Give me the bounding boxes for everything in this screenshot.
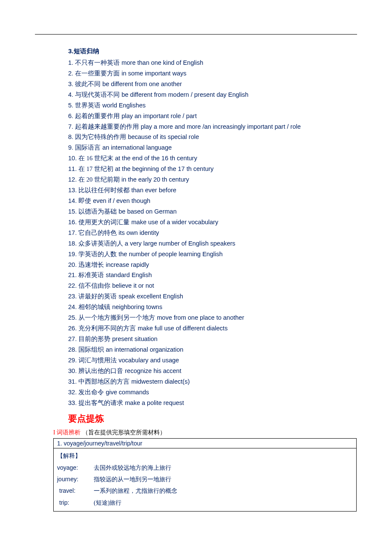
phrase-item: 10. 在 16 世纪末 at the end of the 16 th cen… (68, 153, 357, 164)
phrase-number: 18. (68, 240, 77, 247)
phrase-number: 10. (68, 155, 77, 162)
phrase-english: more than one kind of English (121, 59, 203, 66)
phrase-number: 3. (68, 81, 73, 87)
phrase-number: 1. (68, 59, 73, 66)
phrase-item: 30. 辨认出他的口音 recognize his accent (68, 366, 357, 376)
phrase-item: 25. 从一个地方搬到另一个地方 move from one place to … (68, 313, 357, 323)
phrase-item: 26. 充分利用不同的方言 make full use of different… (68, 324, 357, 334)
definition-row: travel:一系列的旅程，尤指旅行的概念 (57, 485, 353, 497)
phrase-chinese: 迅速增长 (78, 261, 104, 268)
phrase-chinese: 在一些重要方面 (75, 70, 120, 77)
phrase-item: 31. 中西部地区的方言 midwestern dialect(s) (68, 377, 357, 387)
phrase-chinese: 中西部地区的方言 (78, 378, 130, 385)
definition-description: 指较远的从一地到另一地旅行 (94, 474, 171, 485)
definition-description: (短途)旅行 (94, 497, 121, 509)
phrase-english: play a more and more /an increasingly im… (141, 123, 301, 130)
phrase-english: move from one place to another (157, 314, 244, 321)
phrase-chinese: 国际语言 (75, 144, 101, 151)
phrase-number: 25. (68, 314, 77, 321)
phrase-number: 11. (68, 165, 77, 172)
phrase-chinese: 它自己的特色 (78, 229, 117, 236)
phrase-english: be different from modern / present day E… (121, 91, 248, 98)
phrase-number: 17. (68, 229, 77, 236)
phrase-item: 20. 迅速增长 increase rapidly (68, 260, 357, 270)
phrase-item: 32. 发出命令 give commands (68, 387, 357, 398)
phrase-english: midwestern dialect(s) (131, 378, 190, 385)
phrase-number: 2. (68, 70, 73, 77)
phrase-chinese: 世界英语 (75, 102, 101, 109)
definition-box-title: 1. voyage/journey/travel/trip/tour (54, 439, 356, 448)
phrase-item: 14. 即使 even if / even though (68, 196, 357, 206)
phrase-number: 22. (68, 282, 77, 289)
phrase-number: 31. (68, 378, 77, 385)
phrase-chinese: 众多讲英语的人 (78, 240, 125, 247)
definition-row: trip:(短途)旅行 (57, 497, 353, 509)
phrase-chinese: 发出命令 (78, 389, 104, 396)
phrase-number: 13. (68, 187, 77, 194)
phrase-chinese: 目前的形势 (78, 335, 110, 342)
phrase-item: 11. 在 17 世纪初 at the beginning of the 17 … (68, 164, 357, 174)
phrase-english: its own identity (118, 229, 159, 236)
phrase-english: in some important ways (121, 70, 186, 77)
vocab-analysis-label: I 词语辨析 (53, 429, 81, 436)
phrase-chinese: 相邻的城镇 (78, 304, 110, 310)
keypoints-header: 要点提炼 (68, 413, 357, 425)
phrase-chinese: 标准英语 (78, 272, 104, 278)
phrase-chinese: 词汇与惯用法 (78, 357, 117, 364)
phrase-number: 32. (68, 389, 77, 396)
definition-description: 去国外或较远地方的海上旅行 (94, 462, 171, 474)
phrase-item: 17. 它自己的特色 its own identity (68, 228, 357, 238)
phrase-english: at the beginning of the 17 th century (115, 165, 213, 172)
phrase-english: standard English (106, 272, 152, 278)
phrase-item: 29. 词汇与惯用法 vocabulary and usage (68, 356, 357, 366)
explain-label: 【解释】 (57, 450, 353, 462)
top-separator (35, 34, 357, 35)
phrase-english: give commands (106, 389, 149, 396)
phrase-english: because of its special role (128, 133, 199, 140)
phrase-item: 3. 彼此不同 be different from one another (68, 79, 357, 90)
phrase-number: 5. (68, 102, 73, 109)
phrase-chinese: 在 16 世纪末 (78, 155, 113, 162)
phrase-item: 2. 在一些重要方面 in some important ways (68, 69, 357, 79)
phrase-number: 19. (68, 251, 77, 257)
phrase-chinese: 在 17 世纪初 (78, 165, 113, 172)
phrase-english: a very large number of English speakers (125, 240, 236, 247)
phrases-list: 1. 不只有一种英语 more than one kind of English… (68, 58, 357, 408)
phrase-item: 9. 国际语言 an international language (68, 143, 357, 153)
phrase-english: play an important role / part (121, 113, 197, 119)
phrase-chinese: 使用更大的词汇量 (78, 219, 130, 225)
definition-row: journey:指较远的从一地到另一地旅行 (57, 474, 353, 485)
phrase-number: 7. (68, 123, 73, 130)
phrase-number: 9. (68, 144, 73, 151)
phrase-item: 21. 标准英语 standard English (68, 270, 357, 280)
phrase-item: 6. 起着的重要作用 play an important role / part (68, 111, 357, 121)
phrase-chinese: 辨认出他的口音 (78, 367, 123, 374)
phrase-english: recognize his accent (125, 367, 181, 374)
phrase-english: increase rapidly (106, 261, 149, 268)
phrase-number: 12. (68, 176, 77, 183)
phrase-english: make full use of different dialects (138, 325, 228, 332)
phrase-item: 4. 与现代英语不同 be different from modern / pr… (68, 90, 357, 100)
phrase-english: the number of people learning English (118, 251, 222, 257)
definition-term: voyage: (57, 462, 94, 474)
phrase-item: 12. 在 20 世纪前期 in the early 20 th century (68, 175, 357, 185)
phrase-chinese: 起着的重要作用 (75, 113, 120, 119)
phrase-number: 28. (68, 346, 77, 353)
phrase-item: 18. 众多讲英语的人 a very large number of Engli… (68, 239, 357, 249)
definition-term: trip: (57, 497, 94, 509)
phrase-item: 23. 讲最好的英语 speak excellent English (68, 292, 357, 302)
phrase-english: even if / even though (93, 197, 150, 204)
phrase-number: 29. (68, 357, 77, 364)
phrase-item: 27. 目前的形势 present situation (68, 334, 357, 344)
phrase-number: 27. (68, 335, 77, 342)
phrase-english: make use of a wider vocabulary (131, 219, 218, 225)
phrase-chinese: 学英语的人数 (78, 251, 117, 257)
definition-box: 1. voyage/journey/travel/trip/tour 【解释】 … (53, 438, 357, 511)
phrase-english: at the end of the 16 th century (115, 155, 197, 162)
phrase-chinese: 起着越来越重要的作用 (75, 123, 139, 130)
document-page: 3.短语归纳 1. 不只有一种英语 more than one kind of … (0, 0, 392, 529)
vocab-analysis-subheader: I 词语辨析 （旨在提供完形填空所需材料） (53, 429, 357, 436)
phrase-number: 26. (68, 325, 77, 332)
phrase-chinese: 从一个地方搬到另一个地方 (78, 314, 155, 321)
phrase-english: speak excellent English (118, 293, 183, 300)
